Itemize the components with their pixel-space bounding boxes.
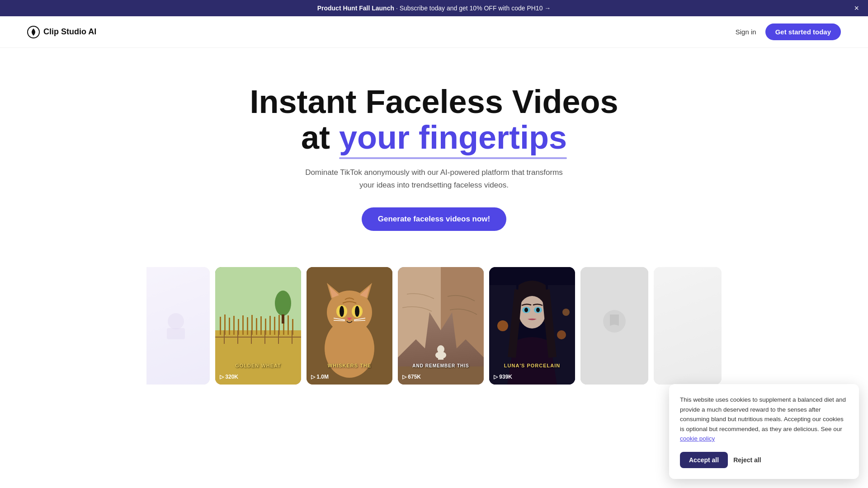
- video-gallery-wrapper: GOLDEN WHEAT ▷ 320K: [0, 258, 868, 385]
- hero-section: Instant Faceless Videos at your fingerti…: [0, 48, 868, 258]
- video-card-faded: [580, 267, 648, 385]
- svg-point-1: [168, 313, 184, 329]
- hero-subtitle-line2: your ideas into trendsetting faceless vi…: [359, 181, 509, 189]
- navigation: Clip Studio AI Sign in Get started today: [0, 16, 868, 48]
- video-card-farm[interactable]: GOLDEN WHEAT ▷ 320K: [215, 267, 301, 385]
- svg-point-61: [524, 308, 528, 312]
- svg-point-56: [557, 330, 566, 339]
- svg-point-41: [355, 306, 359, 317]
- svg-line-46: [354, 320, 365, 321]
- hero-title: Instant Faceless Videos at your fingerti…: [9, 84, 859, 155]
- banner-close-button[interactable]: ×: [854, 4, 859, 12]
- svg-rect-10: [242, 315, 244, 335]
- svg-point-51: [437, 345, 444, 353]
- get-started-button[interactable]: Get started today: [765, 23, 841, 40]
- svg-rect-23: [282, 314, 284, 324]
- svg-rect-17: [274, 317, 275, 335]
- svg-rect-5: [220, 317, 221, 335]
- svg-rect-14: [260, 316, 262, 335]
- banner-rest: · Subscribe today and get 10% OFF with c…: [394, 5, 551, 12]
- woman-card-label: LUNA'S PORCELAIN: [489, 363, 575, 368]
- hero-cta-button[interactable]: Generate faceless videos now!: [362, 207, 507, 231]
- farm-card-label: GOLDEN WHEAT: [215, 363, 301, 368]
- svg-rect-8: [233, 316, 235, 335]
- canyon-card-stats: ▷ 675K: [402, 374, 421, 380]
- canyon-card-label: AND REMEMBER THIS: [398, 363, 484, 368]
- cat-card-label: WHISKERS THE: [307, 363, 392, 368]
- logo-link[interactable]: Clip Studio AI: [27, 26, 96, 38]
- hero-title-highlight: your fingertips: [339, 120, 567, 155]
- video-card-woman[interactable]: LUNA'S PORCELAIN ▷ 939K: [489, 267, 575, 385]
- logo-icon: [27, 26, 40, 38]
- svg-rect-2: [167, 328, 185, 339]
- svg-rect-13: [256, 318, 257, 335]
- hero-title-line1: Instant Faceless Videos: [250, 84, 618, 120]
- hero-subtitle: Dominate TikTok anonymously with our AI-…: [9, 166, 859, 191]
- farm-card-stats: ▷ 320K: [220, 374, 238, 380]
- woman-card-stats: ▷ 939K: [494, 374, 512, 380]
- ghost-left-icon: [158, 308, 194, 344]
- cat-card-stats: ▷ 1.0M: [311, 374, 329, 380]
- announcement-banner: Product Hunt Fall Launch · Subscribe tod…: [0, 0, 868, 16]
- banner-bold: Product Hunt Fall Launch: [317, 5, 394, 12]
- video-card-canyon[interactable]: AND REMEMBER THIS ▷ 675K: [398, 267, 484, 385]
- nav-right: Sign in Get started today: [736, 23, 841, 40]
- faded-illustration: [580, 267, 648, 385]
- svg-point-58: [519, 296, 546, 328]
- svg-point-22: [275, 291, 291, 316]
- banner-text: Product Hunt Fall Launch · Subscribe tod…: [317, 5, 551, 12]
- svg-point-55: [497, 320, 508, 331]
- svg-rect-16: [269, 316, 271, 335]
- video-card-cat[interactable]: WHISKERS THE ▷ 1.0M: [307, 267, 392, 385]
- hero-subtitle-line1: Dominate TikTok anonymously with our AI-…: [305, 168, 563, 177]
- logo-text: Clip Studio AI: [43, 27, 96, 37]
- cookie-banner: This website uses cookies to supplement …: [669, 384, 859, 385]
- svg-rect-11: [247, 317, 248, 335]
- svg-point-40: [340, 306, 344, 317]
- svg-line-44: [334, 320, 345, 321]
- svg-rect-20: [288, 315, 289, 335]
- video-card-ghost-right: [654, 267, 722, 385]
- svg-point-57: [562, 309, 570, 316]
- svg-rect-7: [229, 318, 230, 335]
- hero-title-line2-plain: at: [301, 119, 339, 155]
- video-gallery: GOLDEN WHEAT ▷ 320K: [146, 258, 722, 385]
- sign-in-button[interactable]: Sign in: [736, 28, 756, 36]
- video-card-ghost-left: [146, 267, 210, 385]
- svg-point-62: [536, 308, 540, 312]
